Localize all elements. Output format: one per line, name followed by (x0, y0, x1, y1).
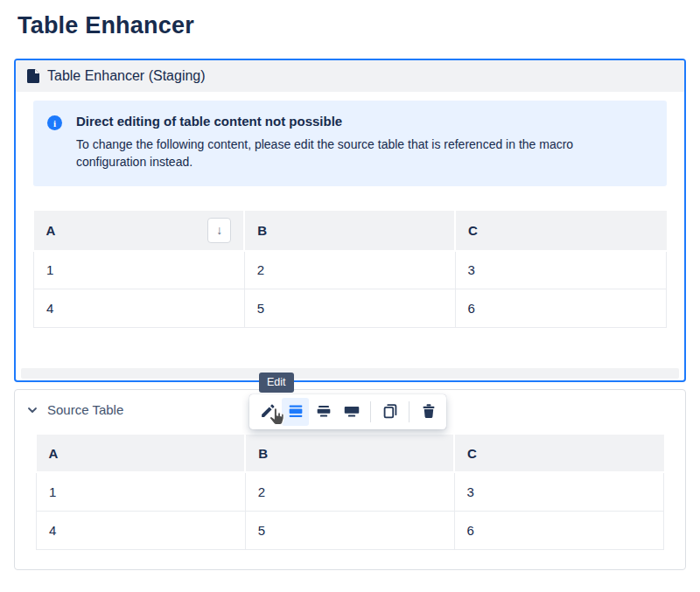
chevron-down-icon (27, 405, 38, 415)
table-cell: 3 (454, 472, 664, 511)
layout-center-icon (314, 401, 333, 423)
document-icon (27, 69, 39, 83)
info-banner-title: Direct editing of table content not poss… (76, 114, 612, 129)
macro-panel-header[interactable]: Table Enhancer (Staging) (16, 60, 684, 92)
table-cell: 5 (244, 289, 455, 328)
layout-full-width-icon (342, 401, 361, 423)
info-banner: i Direct editing of table content not po… (33, 101, 667, 186)
sort-arrow-icon: ↓ (216, 223, 222, 237)
table-cell: 1 (34, 251, 245, 289)
preview-table-header-c: C (455, 210, 667, 251)
edit-button[interactable] (254, 398, 281, 426)
trash-icon (419, 401, 438, 423)
toolbar-divider (409, 401, 410, 422)
source-table-title: Source Table (47, 402, 123, 417)
remove-button[interactable] (415, 398, 442, 426)
table-row: 4 5 6 (34, 289, 667, 328)
panel-bottom-strip (21, 368, 679, 379)
source-table-header-row: A B C (37, 434, 664, 472)
source-table-header-a: A (37, 434, 246, 472)
table-cell: 4 (34, 289, 245, 328)
table-cell: 2 (245, 472, 454, 511)
toolbar-divider (370, 401, 371, 422)
table-cell: 1 (37, 472, 246, 511)
table-cell: 6 (454, 511, 664, 549)
table-row: 4 5 6 (37, 511, 664, 549)
edit-tooltip: Edit (259, 373, 294, 393)
table-cell: 4 (37, 511, 246, 549)
info-banner-body: To change the following content, please … (76, 136, 612, 171)
macro-panel: Table Enhancer (Staging) i Direct editin… (14, 59, 686, 382)
table-cell: 6 (455, 289, 667, 328)
copy-button[interactable] (376, 398, 403, 426)
sort-column-button[interactable]: ↓ (207, 218, 231, 243)
column-header-label: A (46, 223, 56, 238)
source-table-header-c: C (454, 434, 664, 472)
preview-table-header-row: A ↓ B C (34, 210, 667, 251)
layout-default-icon (286, 401, 305, 423)
floating-toolbar (249, 394, 446, 429)
preview-table-header-a: A ↓ (34, 210, 245, 251)
table-cell: 5 (245, 511, 454, 549)
macro-panel-title: Table Enhancer (Staging) (47, 68, 206, 84)
table-cell: 2 (244, 251, 455, 289)
info-banner-content: Direct editing of table content not poss… (76, 114, 612, 171)
layout-default-button[interactable] (282, 398, 309, 426)
table-row: 1 2 3 (34, 251, 667, 289)
page-title: Table Enhancer (18, 12, 700, 39)
table-cell: 3 (455, 251, 667, 289)
info-icon: i (47, 115, 62, 130)
layout-full-width-button[interactable] (338, 398, 365, 426)
layout-center-button[interactable] (310, 398, 337, 426)
copy-icon (381, 401, 400, 423)
preview-table: A ↓ B C 1 2 3 4 (33, 209, 667, 329)
page: Table Enhancer Table Enhancer (Staging) … (0, 12, 700, 592)
table-row: 1 2 3 (37, 472, 664, 511)
source-table-header-b: B (245, 434, 454, 472)
source-table: A B C 1 2 3 4 5 6 (36, 433, 664, 550)
preview-table-header-b: B (244, 210, 455, 251)
edit-pencil-icon (258, 401, 277, 423)
